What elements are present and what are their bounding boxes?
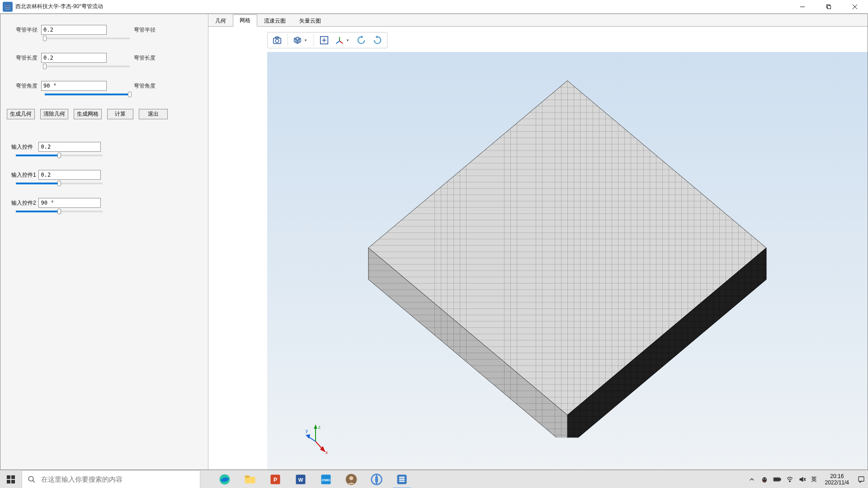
param-label: 弯管半径 — [5, 26, 41, 34]
taskbar-app-current[interactable] — [390, 470, 414, 488]
param-right-label: 弯管角度 — [134, 82, 156, 90]
param-row-radius: 弯管半径 弯管半径 — [5, 25, 203, 35]
svg-text:CNKI: CNKI — [321, 478, 330, 482]
tray-qq-icon[interactable] — [760, 475, 769, 483]
generate-geometry-button[interactable]: 生成几何 — [7, 109, 35, 119]
search-input[interactable] — [41, 475, 194, 483]
taskbar-app-explorer[interactable] — [238, 470, 262, 488]
tray-battery-icon[interactable] — [773, 475, 781, 483]
search-icon — [28, 475, 36, 483]
tray-ime[interactable]: 英 — [811, 475, 817, 483]
minimize-button[interactable] — [789, 0, 816, 14]
generate-mesh-button[interactable]: 生成网格 — [74, 109, 102, 119]
svg-rect-35 — [11, 480, 15, 483]
svg-rect-63 — [859, 477, 864, 481]
param-row-length: 弯管长度 弯管长度 — [5, 53, 203, 63]
tab-geometry[interactable]: 几何 — [208, 15, 233, 27]
rotate-left-icon[interactable] — [354, 33, 369, 47]
tray-chevron-up-icon[interactable] — [748, 475, 756, 483]
param-right-label: 弯管半径 — [134, 26, 156, 34]
camera-icon[interactable] — [269, 33, 285, 47]
tray-date: 2022/11/4 — [825, 479, 849, 486]
length-input[interactable] — [41, 53, 107, 63]
svg-rect-6 — [828, 5, 831, 9]
tray-notifications-icon[interactable] — [857, 475, 865, 483]
3d-viewport[interactable]: z y x — [267, 52, 868, 469]
secondary-input-1[interactable] — [38, 170, 101, 180]
tray-clock[interactable]: 20:16 2022/11/4 — [821, 473, 853, 486]
axis-gizmo: z y x — [306, 424, 333, 451]
svg-point-56 — [765, 479, 766, 479]
view-toolbar: ▼ ▼ — [267, 32, 387, 48]
secondary-input-2[interactable] — [38, 198, 101, 208]
taskbar: P W CNKI 英 20:16 2022/11/4 — [0, 470, 868, 488]
svg-rect-34 — [7, 480, 10, 483]
svg-point-36 — [28, 476, 33, 481]
radius-slider[interactable] — [45, 38, 130, 39]
param-row-angle: 弯管角度 弯管角度 — [5, 81, 203, 91]
taskbar-app-word[interactable]: W — [289, 470, 312, 488]
angle-slider[interactable] — [45, 94, 130, 95]
secondary-slider-0[interactable] — [16, 155, 103, 156]
taskbar-app-cnki[interactable]: CNKI — [314, 470, 338, 488]
taskbar-apps: P W CNKI — [213, 470, 414, 488]
param-right-label: 弯管长度 — [134, 54, 156, 62]
close-button[interactable] — [842, 0, 868, 14]
svg-rect-53 — [399, 480, 405, 482]
app-frame: 弯管半径 弯管半径 弯管长度 弯管长度 弯管角度 弯管角度 生成几何 清除几何 … — [0, 14, 868, 470]
taskbar-app-edge[interactable] — [213, 470, 236, 488]
tray-time: 20:16 — [825, 473, 849, 479]
mesh-grid-icon[interactable]: ▼ — [291, 33, 311, 47]
taskbar-app-browser[interactable] — [365, 470, 388, 488]
taskbar-search[interactable] — [22, 470, 200, 488]
secondary-controls: 输入控件 输入控件1 输入控件2 — [5, 142, 203, 212]
secondary-input-0[interactable] — [38, 142, 101, 152]
length-slider[interactable] — [45, 66, 130, 67]
svg-marker-27 — [306, 434, 310, 439]
exit-button[interactable]: 退出 — [139, 109, 168, 119]
taskbar-app-powerpoint[interactable]: P — [264, 470, 287, 488]
tabbar: 几何 网格 流速云图 矢量云图 — [208, 14, 868, 27]
secondary-slider-2[interactable] — [16, 211, 103, 212]
chevron-down-icon: ▼ — [346, 38, 349, 42]
svg-rect-51 — [399, 476, 405, 478]
radius-input[interactable] — [41, 25, 107, 35]
tray-volume-icon[interactable] — [798, 475, 807, 483]
maximize-button[interactable] — [816, 0, 842, 14]
secondary-row-1: 输入控件1 — [11, 170, 203, 184]
chevron-down-icon: ▼ — [304, 38, 307, 42]
window-titlebar: 西北农林科技大学-李杰-90°弯管流动 — [0, 0, 868, 14]
svg-rect-3 — [5, 7, 10, 9]
tab-mesh[interactable]: 网格 — [233, 14, 257, 27]
clear-geometry-button[interactable]: 清除几何 — [40, 109, 68, 119]
secondary-row-2: 输入控件2 — [11, 198, 203, 212]
fit-view-icon[interactable] — [316, 33, 332, 47]
mesh-visualization — [359, 67, 775, 440]
svg-rect-59 — [774, 478, 779, 481]
svg-rect-12 — [275, 37, 278, 38]
param-label: 弯管角度 — [5, 82, 41, 90]
compute-button[interactable]: 计算 — [107, 109, 133, 119]
svg-rect-32 — [7, 475, 10, 479]
svg-rect-58 — [780, 479, 781, 480]
start-button[interactable] — [0, 470, 22, 488]
tab-velocity-contour[interactable]: 流速云图 — [257, 15, 292, 27]
rotate-right-icon[interactable] — [370, 33, 385, 47]
tray-wifi-icon[interactable] — [786, 475, 794, 483]
svg-text:y: y — [306, 428, 308, 433]
angle-input[interactable] — [41, 81, 107, 91]
window-title: 西北农林科技大学-李杰-90°弯管流动 — [15, 3, 103, 10]
svg-line-16 — [336, 41, 340, 44]
taskbar-app-avatar[interactable] — [340, 470, 363, 488]
axis-orient-icon[interactable]: ▼ — [333, 33, 353, 47]
svg-point-55 — [763, 479, 764, 479]
tab-vector-contour[interactable]: 矢量云图 — [292, 15, 328, 27]
svg-rect-2 — [5, 6, 10, 7]
svg-marker-20 — [368, 81, 766, 415]
app-icon — [3, 2, 13, 12]
svg-line-37 — [33, 480, 35, 483]
svg-text:W: W — [298, 477, 303, 483]
sec-label: 输入控件2 — [11, 199, 37, 207]
secondary-slider-1[interactable] — [16, 183, 103, 184]
svg-rect-1 — [5, 4, 10, 5]
